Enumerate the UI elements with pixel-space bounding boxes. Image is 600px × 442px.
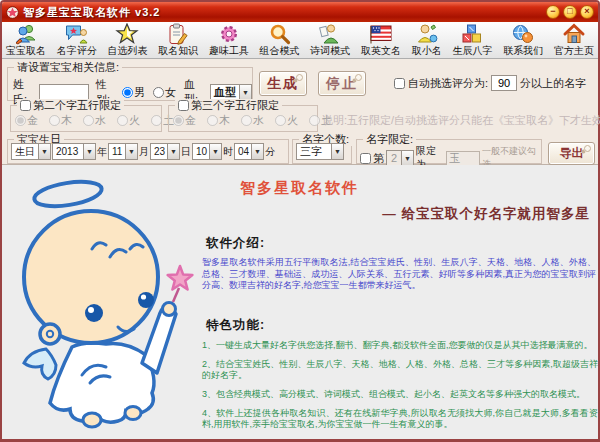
toolbar-item-custom-list[interactable]: 自选列表 [106, 23, 148, 57]
stop-button[interactable]: 停止 [318, 71, 366, 96]
minute-unit: 分 [265, 145, 275, 159]
chevron-down-icon: ▼ [167, 144, 179, 159]
toolbar-item-fun-tools[interactable]: 趣味工具 [208, 23, 250, 57]
chevron-down-icon: ▼ [83, 144, 95, 159]
baby-info-group: 请设置宝宝相关信息: 姓氏: 性别: 男 女 血型: 血型▼ [7, 67, 253, 101]
combo-mode-icon [268, 23, 292, 45]
toolbar-item-label: 联系我们 [503, 45, 543, 57]
gender-female-option[interactable]: 女 [153, 85, 176, 100]
baby-naming-icon [14, 23, 38, 45]
maximize-button[interactable]: □ [563, 5, 577, 19]
toolbar-item-baby-naming[interactable]: 宝宝取名 [5, 23, 47, 57]
wuxing2-option-wood[interactable]: 木 [49, 113, 72, 128]
feature-item: 1、一键生成大量好名字供您选择,翻书、翻字典,都没软件全面,您要做的仅是从其中选… [202, 340, 598, 351]
minimize-button[interactable]: − [546, 5, 560, 19]
auto-pick-suffix: 分以上的名字 [520, 76, 586, 91]
toolbar-item-contact-us[interactable]: 联系我们 [502, 23, 544, 57]
chevron-down-icon: ▼ [38, 144, 50, 159]
toolbar-item-birth-chart[interactable]: 生辰八字 [451, 23, 493, 57]
toolbar-item-english-name[interactable]: 取英文名 [360, 23, 402, 57]
year-select[interactable]: 2013▼ [52, 143, 96, 160]
toolbar-item-combo-mode[interactable]: 组合模式 [259, 23, 301, 57]
toolbar-item-name-score[interactable]: 名字评分 [56, 23, 98, 57]
toolbar: 宝宝取名 名字评分 自选列表 取名知识 [2, 22, 598, 59]
name-score-icon [65, 23, 89, 45]
ear [40, 324, 60, 344]
wuxing2-radio-metal[interactable] [15, 115, 26, 126]
wuxing2-checkbox[interactable] [20, 100, 31, 111]
window-controls: − □ × [546, 5, 594, 19]
wuxing2-radio-earth[interactable] [151, 115, 162, 126]
limit-position-select[interactable]: 2▼ [386, 150, 414, 167]
month-select[interactable]: 11▼ [108, 143, 138, 160]
gender-male-radio[interactable] [122, 87, 133, 98]
wuxing2-radio-wood[interactable] [49, 115, 60, 126]
wuxing3-radio-earth[interactable] [309, 115, 320, 126]
wuxing3-option-water[interactable]: 水 [241, 113, 264, 128]
wuxing2-option-metal[interactable]: 金 [15, 113, 38, 128]
wuxing2-option-fire[interactable]: 火 [117, 113, 140, 128]
toolbar-item-naming-knowledge[interactable]: 取名知识 [157, 23, 199, 57]
wand [173, 288, 179, 302]
wuxing3-radio-water[interactable] [241, 115, 252, 126]
toolbar-item-nickname[interactable]: 取小名 [411, 23, 443, 57]
title-bar: 智多星宝宝取名软件 v3.2 − □ × [2, 2, 598, 22]
name-limit-checkbox[interactable] [360, 153, 371, 164]
wing [24, 349, 56, 379]
english-name-icon [369, 23, 393, 45]
feature-item: 2、结合宝宝姓氏、性别、生辰八字、天格、地格、人格、外格、总格、三才等多种因素,… [202, 359, 598, 381]
wuxing2-radio-water[interactable] [83, 115, 94, 126]
poetry-mode-icon [318, 23, 342, 45]
birth-type-select[interactable]: 生日▼ [11, 143, 51, 160]
wuxing3-option-wood[interactable]: 木 [207, 113, 230, 128]
wuxing3-radio-wood[interactable] [207, 115, 218, 126]
export-button[interactable]: 导出 [548, 142, 595, 165]
hour-select[interactable]: 10▼ [192, 143, 222, 160]
feature-item: 3、包含经典模式、高分模式、诗词模式、组合模式、起小名、起英文名等多种强大的取名… [202, 389, 598, 400]
head [24, 211, 158, 343]
day-select[interactable]: 23▼ [150, 143, 180, 160]
feature-item: 4、软件上还提供各种取名知识、还有在线新华字典,所以取名无须找大师,你自己就是大… [202, 408, 598, 430]
wuxing3-radio-metal[interactable] [173, 115, 184, 126]
wuxing3-option-metal[interactable]: 金 [173, 113, 196, 128]
toolbar-item-label: 官方主页 [554, 45, 594, 57]
score-field[interactable] [491, 75, 517, 91]
year-unit: 年 [97, 145, 107, 159]
minute-select[interactable]: 04▼ [234, 143, 264, 160]
chevron-down-icon: ▼ [401, 151, 413, 166]
birthday-group: 宝宝生日 生日▼ 2013▼ 年 11▼ 月 23▼ 日 10▼ 时 04▼ 分 [7, 139, 289, 164]
wuxing2-radio-fire[interactable] [117, 115, 128, 126]
name-count-select[interactable]: 三字▼ [296, 143, 344, 160]
eye [138, 292, 154, 308]
toolbar-item-homepage[interactable]: 官方主页 [553, 23, 595, 57]
features-list: 1、一键生成大量好名字供您选择,翻书、翻字典,都没软件全面,您要做的仅是从其中选… [202, 340, 598, 438]
toolbar-item-label: 名字评分 [57, 45, 97, 57]
chevron-down-icon: ▼ [239, 85, 251, 100]
wuxing2-legend: 第二个字五行限定 [33, 99, 121, 112]
auto-pick-checkbox[interactable] [394, 78, 405, 89]
wuxing2-option-water[interactable]: 水 [83, 113, 106, 128]
toolbar-item-label: 组合模式 [260, 45, 300, 57]
toolbar-item-label: 自选列表 [107, 45, 147, 57]
content-title: 智多星取名软件 [240, 179, 359, 198]
wuxing3-legend: 第三个字五行限定 [191, 99, 279, 112]
toolbar-item-label: 取英文名 [361, 45, 401, 57]
close-button[interactable]: × [580, 5, 594, 19]
limit-char-field[interactable] [446, 151, 480, 166]
day-unit: 日 [181, 145, 191, 159]
hand [163, 303, 176, 316]
wuxing3-option-fire[interactable]: 火 [275, 113, 298, 128]
name-count-group: 名字个数: 三字▼ [292, 139, 352, 164]
generate-button[interactable]: 生成 [259, 71, 307, 96]
gender-female-radio[interactable] [153, 87, 164, 98]
toolbar-item-poetry-mode[interactable]: 诗词模式 [309, 23, 351, 57]
blood-type-select[interactable]: 血型▼ [210, 84, 252, 101]
toolbar-item-label: 取小名 [412, 45, 442, 57]
surname-field[interactable] [39, 84, 89, 100]
wuxing3-radio-fire[interactable] [275, 115, 286, 126]
gender-male-option[interactable]: 男 [122, 85, 145, 100]
halo [33, 178, 104, 210]
chevron-down-icon: ▼ [251, 144, 263, 159]
chevron-down-icon: ▼ [125, 144, 137, 159]
wuxing3-checkbox[interactable] [178, 100, 189, 111]
